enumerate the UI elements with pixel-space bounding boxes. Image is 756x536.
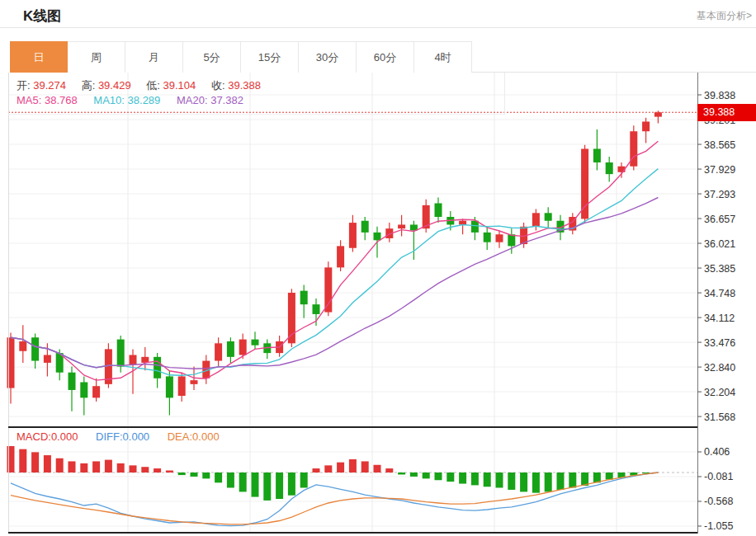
ohlc-row: 开: 39.274 高: 39.429 低: 39.104 收: 39.388	[17, 78, 273, 93]
svg-text:-0.081: -0.081	[704, 471, 733, 482]
ma10-readout: MA10: 38.289	[93, 94, 160, 106]
price-axis-labels: 39.83839.20138.56537.92937.29336.65736.0…	[697, 90, 735, 423]
svg-text:32.204: 32.204	[704, 387, 735, 398]
open-label: 开:	[17, 79, 31, 92]
svg-text:37.929: 37.929	[704, 164, 735, 176]
tab-60min[interactable]: 60分	[357, 41, 414, 73]
svg-text:39.838: 39.838	[704, 90, 735, 101]
current-price-badge: 39.388	[697, 104, 756, 121]
macd-readout: MACD:0.000	[17, 430, 78, 443]
svg-text:33.476: 33.476	[704, 337, 735, 349]
tab-5min[interactable]: 5分	[183, 41, 241, 73]
svg-text:36.657: 36.657	[704, 214, 735, 225]
tab-30min[interactable]: 30分	[299, 41, 357, 73]
macd-histogram	[7, 446, 650, 501]
svg-text:38.565: 38.565	[704, 139, 735, 151]
macd-info-row: MACD:0.000 DIFF:0.000 DEA:0.000	[17, 430, 220, 443]
close-value: 39.388	[228, 79, 261, 92]
high-value: 39.429	[98, 79, 131, 92]
dea-readout: DEA:0.000	[168, 430, 220, 443]
svg-text:36.021: 36.021	[704, 238, 735, 250]
svg-text:-0.568: -0.568	[704, 496, 733, 507]
tab-4hour[interactable]: 4时	[414, 41, 472, 73]
svg-text:32.840: 32.840	[704, 362, 735, 374]
ma5-readout: MA5: 38.768	[17, 94, 78, 106]
tab-day[interactable]: 日	[10, 41, 68, 73]
kline-page: K线图 基本面分析> 日 周 月 5分 15分 30分 60分 4时 39.83…	[0, 0, 756, 536]
period-tab-bar: 日 周 月 5分 15分 30分 60分 4时	[10, 41, 472, 73]
ma20-readout: MA20: 37.382	[177, 94, 243, 106]
tab-week[interactable]: 周	[68, 41, 125, 73]
close-label: 收:	[211, 79, 225, 92]
svg-text:34.112: 34.112	[704, 313, 735, 324]
macd-axis-labels: 0.406-0.081-0.568-1.055	[697, 446, 733, 532]
tab-15min[interactable]: 15分	[241, 41, 299, 73]
diff-readout: DIFF:0.000	[96, 430, 149, 443]
svg-text:0.406: 0.406	[704, 446, 730, 458]
tab-month[interactable]: 月	[125, 41, 183, 73]
svg-text:31.568: 31.568	[704, 411, 735, 423]
svg-text:35.385: 35.385	[704, 263, 735, 275]
ma-row: MA5: 38.768 MA10: 38.289 MA20: 37.382	[17, 94, 243, 106]
open-value: 39.274	[33, 79, 66, 92]
low-label: 低:	[146, 79, 160, 92]
high-label: 高:	[82, 79, 96, 92]
low-value: 39.104	[163, 79, 196, 92]
svg-text:34.748: 34.748	[704, 288, 735, 299]
svg-text:-1.055: -1.055	[704, 520, 733, 532]
candles	[7, 110, 662, 415]
svg-text:37.293: 37.293	[704, 189, 735, 200]
